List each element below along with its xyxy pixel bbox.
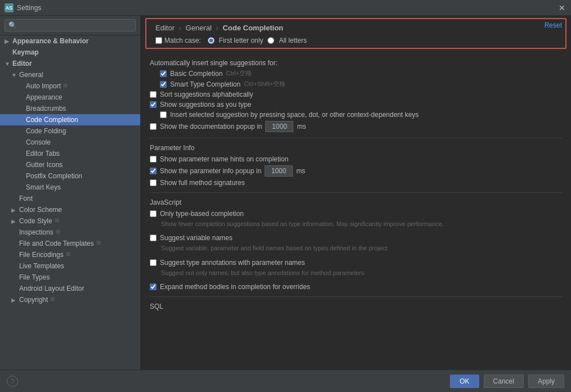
only-type-based-checkbox[interactable]: [150, 210, 157, 217]
show-full-method-checkbox[interactable]: [150, 179, 157, 186]
sidebar-item-keymap[interactable]: Keymap: [0, 47, 140, 58]
sidebar-item-editor[interactable]: ▼Editor: [0, 58, 140, 69]
sidebar-item-editor-tabs[interactable]: Editor Tabs: [0, 148, 140, 159]
tree-arrow-copyright: ▶: [11, 297, 18, 303]
breadcrumb-editor: Editor: [155, 24, 175, 32]
search-box: [0, 16, 140, 35]
expand-method-section: Expand method bodies in completion for o…: [150, 283, 562, 291]
sidebar-item-label-font: Font: [19, 195, 33, 202]
sidebar-item-breadcrumbs[interactable]: Breadcrumbs: [0, 103, 140, 114]
show-param-hints-checkbox[interactable]: [150, 156, 157, 163]
basic-completion-checkbox[interactable]: [160, 70, 167, 77]
sidebar-item-live-templates[interactable]: Live Templates: [0, 260, 140, 272]
expand-method-checkbox[interactable]: [150, 283, 157, 290]
suggest-type-annotations-section: Suggest type annotations with parameter …: [150, 259, 562, 277]
basic-completion-shortcut: Ctrl+空格: [226, 69, 252, 78]
suggest-type-annotations-label: Suggest type annotations with parameter …: [160, 259, 305, 267]
breadcrumb-sep-1: ›: [179, 24, 181, 32]
sidebar-item-general[interactable]: ▼General: [0, 69, 140, 80]
sidebar-item-smart-keys[interactable]: Smart Keys: [0, 182, 140, 193]
breadcrumb-general: General: [186, 24, 212, 32]
reset-button[interactable]: Reset: [542, 20, 564, 30]
suggest-variable-section: Suggest variable names Suggest variable,…: [150, 234, 562, 253]
sidebar-item-gutter-icons[interactable]: Gutter Icons: [0, 159, 140, 170]
show-param-popup-input[interactable]: [265, 165, 293, 177]
sidebar-item-label-code-style: Code Style: [19, 217, 52, 225]
sidebar-item-postfix-completion[interactable]: Postfix Completion: [0, 170, 140, 182]
smart-type-label: Smart Type Completion: [170, 80, 240, 88]
sidebar-item-code-completion[interactable]: Code Completion: [0, 114, 140, 125]
sidebar-item-label-android-layout-editor: Android Layout Editor: [19, 285, 84, 292]
sidebar-item-android-layout-editor[interactable]: Android Layout Editor: [0, 283, 140, 294]
sidebar-item-console[interactable]: Console: [0, 137, 140, 148]
show-doc-popup-label: Show the documentation popup in: [160, 123, 262, 130]
sidebar-item-file-encodings[interactable]: File Encodings: [0, 249, 140, 260]
sidebar-item-font[interactable]: Font: [0, 193, 140, 204]
first-letter-radio[interactable]: [208, 37, 215, 44]
sidebar-item-file-code-templates[interactable]: File and Code Templates: [0, 238, 140, 249]
help-button[interactable]: ?: [7, 376, 18, 387]
sidebar-item-auto-import[interactable]: Auto Import: [0, 80, 140, 92]
copy-icon-code-style: [55, 217, 63, 225]
sidebar-item-appearance-behavior[interactable]: ▶Appearance & Behavior: [0, 35, 140, 47]
only-type-based-row: Only type-based completion: [150, 210, 562, 218]
apply-button[interactable]: Apply: [528, 375, 564, 388]
suggest-type-annotations-checkbox[interactable]: [150, 259, 157, 266]
sidebar-item-label-general: General: [19, 71, 43, 79]
show-doc-popup-checkbox[interactable]: [150, 123, 157, 130]
sidebar-item-inspections[interactable]: Inspections: [0, 227, 140, 238]
smart-type-checkbox[interactable]: [160, 81, 167, 88]
show-param-popup-unit: ms: [296, 167, 305, 175]
content-header: Editor › General › Code Completion Match…: [145, 18, 566, 49]
sidebar-item-label-smart-keys: Smart Keys: [26, 183, 61, 191]
sort-suggestions-checkbox[interactable]: [150, 91, 157, 98]
reset-area: Reset: [542, 20, 564, 30]
bottom-bar: ? OK Cancel Apply: [0, 370, 571, 392]
insert-selected-checkbox[interactable]: [160, 111, 167, 118]
ok-button[interactable]: OK: [450, 375, 479, 388]
sidebar-item-label-file-encodings: File Encodings: [19, 251, 64, 259]
only-type-based-desc: Show fewer completion suggestions based …: [150, 220, 562, 228]
sidebar-item-file-types[interactable]: File Types: [0, 272, 140, 283]
insert-selected-label: Insert selected suggestion by pressing s…: [170, 111, 419, 119]
expand-method-label: Expand method bodies in completion for o…: [160, 283, 310, 291]
match-case-row: Match case: First letter only All letter…: [155, 37, 556, 44]
copy-icon-file-encodings: [66, 251, 74, 259]
window-controls: ✕: [557, 3, 566, 12]
auto-insert-block: Basic Completion Ctrl+空格 Smart Type Comp…: [150, 69, 562, 88]
sidebar-item-code-folding[interactable]: Code Folding: [0, 125, 140, 137]
first-letter-label: First letter only: [219, 37, 264, 44]
suggest-type-annotations-desc: Suggest not only names, but also type an…: [150, 269, 562, 277]
auto-insert-label: Automatically insert single suggestions …: [150, 59, 562, 67]
separator-3: [150, 296, 562, 297]
cancel-button[interactable]: Cancel: [484, 375, 524, 388]
insert-selected-row: Insert selected suggestion by pressing s…: [150, 111, 562, 119]
search-input[interactable]: [5, 19, 136, 31]
show-param-popup-row: Show the parameter info popup in ms: [150, 165, 562, 177]
sidebar-item-copyright[interactable]: ▶Copyright: [0, 294, 140, 305]
sql-section: SQL: [150, 303, 562, 310]
sidebar-item-label-breadcrumbs: Breadcrumbs: [26, 105, 66, 112]
show-doc-popup-input[interactable]: [265, 121, 293, 132]
match-case-checkbox[interactable]: [155, 37, 162, 44]
all-letters-radio[interactable]: [267, 37, 274, 44]
sidebar-item-label-live-templates: Live Templates: [19, 262, 64, 270]
sidebar-item-label-auto-import: Auto Import: [26, 82, 61, 90]
match-case-checkbox-container: Match case:: [155, 37, 201, 44]
sidebar-item-label-console: Console: [26, 138, 51, 146]
sidebar-item-color-scheme[interactable]: ▶Color Scheme: [0, 204, 140, 215]
sidebar-item-appearance[interactable]: Appearance: [0, 92, 140, 103]
sidebar-item-label-inspections: Inspections: [19, 228, 53, 236]
show-param-popup-label: Show the parameter info popup in: [160, 167, 261, 175]
sidebar-item-label-copyright: Copyright: [19, 296, 48, 304]
suggest-variable-checkbox[interactable]: [150, 235, 157, 241]
suggest-variable-row: Suggest variable names: [150, 234, 562, 242]
show-suggestions-checkbox[interactable]: [150, 101, 157, 108]
only-type-based-label: Only type-based completion: [160, 210, 244, 218]
sidebar-item-code-style[interactable]: ▶Code Style: [0, 215, 140, 227]
javascript-section: JavaScript: [150, 199, 562, 206]
close-button[interactable]: ✕: [557, 3, 566, 12]
sidebar-item-label-keymap: Keymap: [12, 48, 39, 56]
suggest-type-annotations-row: Suggest type annotations with parameter …: [150, 259, 562, 267]
show-param-popup-checkbox[interactable]: [150, 168, 157, 174]
